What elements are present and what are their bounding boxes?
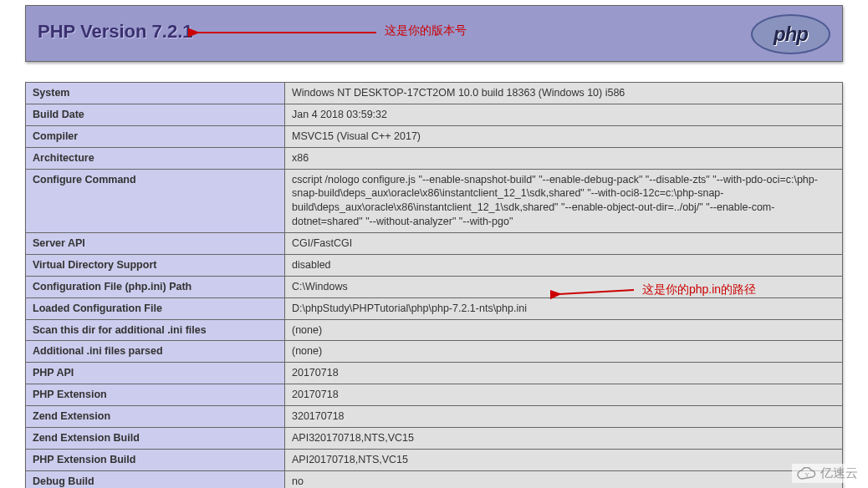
table-row: Architecturex86	[26, 147, 843, 169]
table-row: Virtual Directory Supportdisabled	[26, 254, 843, 276]
row-label: Compiler	[26, 125, 285, 147]
table-row: SystemWindows NT DESKTOP-17CT2OM 10.0 bu…	[26, 83, 843, 104]
row-label: Additional .ini files parsed	[26, 341, 285, 363]
table-row: Debug Buildno	[26, 470, 843, 488]
row-value: API320170718,NTS,VC15	[285, 427, 843, 449]
table-row: Zend Extension320170718	[26, 406, 843, 428]
page-title: PHP Version 7.2.1	[38, 21, 830, 43]
row-value: x86	[285, 147, 843, 169]
row-label: PHP Extension Build	[26, 449, 285, 470]
row-label: Debug Build	[26, 470, 285, 488]
table-row: Server APICGI/FastCGI	[26, 233, 843, 255]
table-row: Scan this dir for additional .ini files(…	[26, 319, 843, 341]
svg-text:Y: Y	[805, 472, 809, 478]
row-label: Configuration File (php.ini) Path	[26, 276, 285, 297]
row-value: (none)	[285, 341, 843, 363]
row-value: MSVC15 (Visual C++ 2017)	[285, 125, 843, 147]
row-label: System	[26, 83, 285, 104]
row-label: PHP Extension	[26, 384, 285, 406]
row-label: Architecture	[26, 147, 285, 169]
row-value: 320170718	[285, 406, 843, 428]
row-value: API20170718,NTS,VC15	[285, 449, 843, 470]
table-row: Loaded Configuration FileD:\phpStudy\PHP…	[26, 297, 843, 319]
row-value: C:\Windows	[285, 276, 843, 297]
row-label: Build Date	[26, 104, 285, 125]
table-row: Build DateJan 4 2018 03:59:32	[26, 104, 843, 125]
table-row: PHP Extension BuildAPI20170718,NTS,VC15	[26, 449, 843, 470]
watermark-text: 亿速云	[820, 465, 858, 481]
row-label: Zend Extension Build	[26, 427, 285, 449]
row-label: Zend Extension	[26, 406, 285, 428]
table-row: PHP Extension20170718	[26, 384, 843, 406]
row-label: Server API	[26, 233, 285, 255]
row-value: CGI/FastCGI	[285, 233, 843, 255]
row-value: 20170718	[285, 363, 843, 384]
row-label: Virtual Directory Support	[26, 254, 285, 276]
row-value: cscript /nologo configure.js "--enable-s…	[285, 169, 843, 233]
row-value: disabled	[285, 254, 843, 276]
row-value: (none)	[285, 319, 843, 341]
watermark: Y 亿速云	[792, 464, 863, 483]
row-value: Windows NT DESKTOP-17CT2OM 10.0 build 18…	[285, 83, 843, 104]
row-label: PHP API	[26, 363, 285, 384]
row-value: no	[285, 470, 843, 488]
row-label: Configure Command	[26, 169, 285, 233]
phpinfo-header: PHP Version 7.2.1 php	[25, 5, 843, 62]
row-value: D:\phpStudy\PHPTutorial\php\php-7.2.1-nt…	[285, 297, 843, 319]
table-row: Additional .ini files parsed(none)	[26, 341, 843, 363]
row-label: Loaded Configuration File	[26, 297, 285, 319]
cloud-icon: Y	[797, 467, 817, 480]
row-label: Scan this dir for additional .ini files	[26, 319, 285, 341]
row-value: 20170718	[285, 384, 843, 406]
table-row: PHP API20170718	[26, 363, 843, 384]
phpinfo-table: SystemWindows NT DESKTOP-17CT2OM 10.0 bu…	[25, 82, 843, 488]
row-value: Jan 4 2018 03:59:32	[285, 104, 843, 125]
table-row: Zend Extension BuildAPI320170718,NTS,VC1…	[26, 427, 843, 449]
php-logo: php	[751, 14, 830, 54]
table-row: Configuration File (php.ini) PathC:\Wind…	[26, 276, 843, 297]
table-row: CompilerMSVC15 (Visual C++ 2017)	[26, 125, 843, 147]
table-row: Configure Commandcscript /nologo configu…	[26, 169, 843, 233]
